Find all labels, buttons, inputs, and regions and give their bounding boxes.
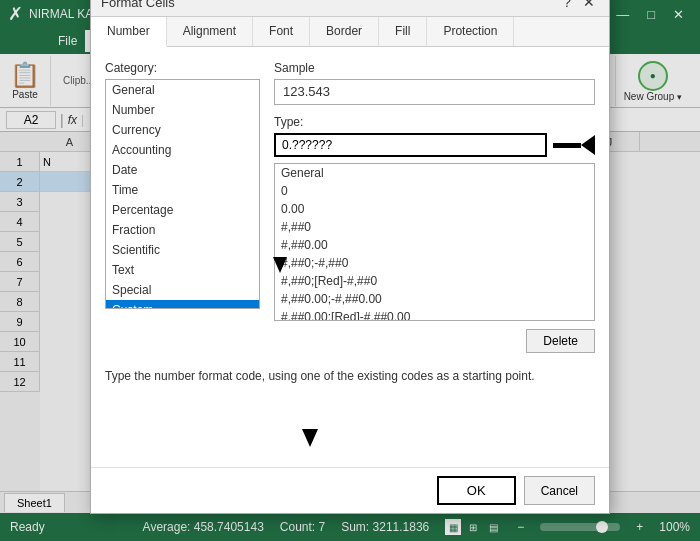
- tab-number[interactable]: Number: [91, 17, 167, 47]
- dialog-title-bar: Format Cells ? ✕: [91, 0, 609, 17]
- dialog-help-btn[interactable]: ?: [563, 0, 571, 10]
- cat-general[interactable]: General: [106, 80, 259, 100]
- cancel-button[interactable]: Cancel: [524, 476, 595, 505]
- fmt-general[interactable]: General: [275, 164, 594, 182]
- fmt-hash0.00-neg[interactable]: #,##0.00;-#,##0.00: [275, 290, 594, 308]
- category-list[interactable]: General Number Currency Accounting Date …: [105, 79, 260, 309]
- cat-fraction[interactable]: Fraction: [106, 220, 259, 240]
- category-arrow-container: [263, 227, 298, 280]
- fmt-0[interactable]: 0: [275, 182, 594, 200]
- type-section: Type: General: [274, 115, 595, 321]
- fmt-hash0-neg[interactable]: #,##0;-#,##0: [275, 254, 594, 272]
- cat-number[interactable]: Number: [106, 100, 259, 120]
- type-input-row: [274, 133, 595, 157]
- category-list-wrapper: General Number Currency Accounting Date …: [105, 79, 260, 309]
- dialog-body: Category: General Number Currency Accoun…: [91, 47, 609, 467]
- down-arrow-to-ok: [290, 399, 330, 449]
- svg-marker-0: [273, 227, 287, 273]
- category-section: Category: General Number Currency Accoun…: [105, 61, 595, 353]
- type-input-arrow: [553, 135, 595, 155]
- tab-alignment[interactable]: Alignment: [167, 17, 253, 46]
- tab-font[interactable]: Font: [253, 17, 310, 46]
- sample-value: 123.543: [274, 79, 595, 105]
- tab-protection[interactable]: Protection: [427, 17, 514, 46]
- ok-button[interactable]: OK: [437, 476, 516, 505]
- fmt-hash0[interactable]: #,##0: [275, 218, 594, 236]
- cat-accounting[interactable]: Accounting: [106, 140, 259, 160]
- cat-custom[interactable]: Custom: [106, 300, 259, 309]
- ok-arrow-container: [105, 399, 515, 449]
- dialog-close-btn[interactable]: ✕: [579, 0, 599, 10]
- right-panel: Sample 123.543 Type:: [274, 61, 595, 353]
- category-label: Category:: [105, 61, 260, 75]
- modal-overlay: Format Cells ? ✕ Number Alignment Font B…: [0, 0, 700, 541]
- delete-btn-row: Delete: [274, 329, 595, 353]
- svg-marker-1: [302, 399, 318, 447]
- format-list[interactable]: General 0 0.00 #,##0 #,##0.00 #,##0;-#,#…: [274, 163, 595, 321]
- delete-button[interactable]: Delete: [526, 329, 595, 353]
- cat-text[interactable]: Text: [106, 260, 259, 280]
- type-label: Type:: [274, 115, 595, 129]
- sample-label: Sample: [274, 61, 595, 75]
- format-cells-dialog: Format Cells ? ✕ Number Alignment Font B…: [90, 0, 610, 514]
- down-arrow-to-custom: [263, 227, 298, 277]
- sample-section: Sample 123.543: [274, 61, 595, 105]
- arrow-stem: [553, 143, 581, 148]
- fmt-0.00[interactable]: 0.00: [275, 200, 594, 218]
- fmt-hash0.00[interactable]: #,##0.00: [275, 236, 594, 254]
- cat-scientific[interactable]: Scientific: [106, 240, 259, 260]
- type-input[interactable]: [274, 133, 547, 157]
- description-text: Type the number format code, using one o…: [105, 363, 595, 389]
- fmt-hash0.00-red[interactable]: #,##0.00;[Red]-#,##0.00: [275, 308, 594, 321]
- arrow-head: [581, 135, 595, 155]
- cat-date[interactable]: Date: [106, 160, 259, 180]
- dialog-title: Format Cells: [101, 0, 175, 10]
- cat-time[interactable]: Time: [106, 180, 259, 200]
- cat-special[interactable]: Special: [106, 280, 259, 300]
- fmt-hash0-red[interactable]: #,##0;[Red]-#,##0: [275, 272, 594, 290]
- dialog-title-controls: ? ✕: [563, 0, 599, 10]
- format-list-wrapper: General 0 0.00 #,##0 #,##0.00 #,##0;-#,#…: [274, 163, 595, 321]
- category-container: Category: General Number Currency Accoun…: [105, 61, 260, 353]
- cat-percentage[interactable]: Percentage: [106, 200, 259, 220]
- tab-border[interactable]: Border: [310, 17, 379, 46]
- cat-currency[interactable]: Currency: [106, 120, 259, 140]
- dialog-tabs: Number Alignment Font Border Fill Protec…: [91, 17, 609, 47]
- tab-fill[interactable]: Fill: [379, 17, 427, 46]
- dialog-footer: OK Cancel: [91, 467, 609, 513]
